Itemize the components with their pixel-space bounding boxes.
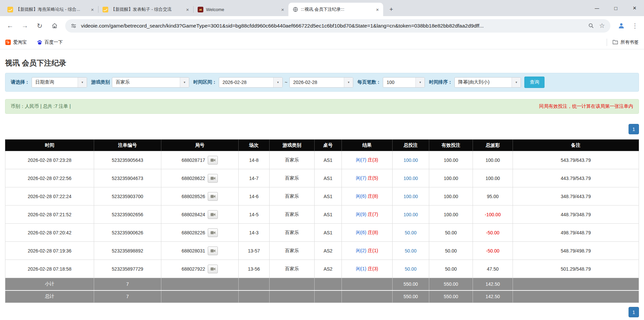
minimize-button[interactable]: —	[588, 0, 606, 16]
cell-note: 448.79/348.79	[513, 205, 639, 224]
chevron-down-icon[interactable]: ▼	[78, 78, 87, 87]
page-1-button[interactable]: 1	[629, 307, 639, 317]
cell-time: 2026-02-28 07:20:42	[5, 224, 94, 242]
cell-payout: -100.00	[473, 205, 513, 224]
browser-toolbar: ← → ↻ videoie.com/game/betrecord_search/…	[0, 16, 644, 35]
cell-session: 14-8	[238, 151, 269, 169]
cell-game-type: 百家乐	[270, 260, 315, 278]
date-from-select[interactable]: 2026-02-28 ▼	[219, 77, 283, 88]
new-tab-button[interactable]: +	[387, 5, 396, 14]
result-banker: 庄(1)	[368, 248, 378, 253]
result-player: 闲(2)	[356, 248, 366, 253]
refresh-button[interactable]: ↻	[33, 19, 46, 33]
result-player: 闲(6)	[356, 230, 366, 235]
forum-favicon	[103, 7, 108, 12]
tab-bet-records[interactable]: :::视讯 会员下注纪录::: ×	[288, 3, 383, 16]
cell-game-type: 百家乐	[270, 151, 315, 169]
tab-forum-2[interactable]: 【新提醒】发表帖子 - 综合交流 ×	[98, 3, 193, 16]
video-replay-button[interactable]	[208, 228, 218, 237]
total-bet-link[interactable]: 50.00	[405, 230, 416, 235]
game-type-label: 游戏类别	[91, 79, 110, 85]
all-bookmarks[interactable]: 所有书签	[612, 39, 639, 45]
cell-result: 闲(1) 庄(3)	[341, 260, 392, 278]
bet-records-table: 时间注单编号局号场次游戏类别桌号结果总投注有效投注总派彩备注 2026-02-2…	[5, 139, 639, 303]
column-header: 备注	[513, 140, 639, 151]
total-bet-link[interactable]: 100.00	[403, 194, 418, 199]
total-bet-link[interactable]: 100.00	[403, 176, 418, 181]
home-button[interactable]	[48, 19, 61, 33]
tab-welcome[interactable]: Welcome ×	[194, 3, 288, 16]
close-tab-icon[interactable]: ×	[280, 6, 286, 12]
chevron-down-icon[interactable]: ▼	[180, 78, 189, 87]
close-tab-icon[interactable]: ×	[185, 6, 191, 12]
close-window-button[interactable]: ×	[625, 0, 644, 16]
bookmark-label: 百度一下	[45, 39, 63, 45]
filter-bar: 请选择： 日期查询 ▼ 游戏类别 百家乐 ▼ 时间区间： 2026-02-28 …	[5, 73, 639, 92]
cell-time: 2026-02-28 07:21:52	[5, 205, 94, 224]
all-bookmarks-label: 所有书签	[620, 39, 639, 45]
round-id-text: 688028424	[182, 212, 205, 217]
chevron-down-icon[interactable]: ▼	[415, 78, 425, 87]
cell-session: 14-6	[238, 187, 269, 205]
game-type-select[interactable]: 百家乐 ▼	[112, 77, 189, 88]
query-type-value: 日期查询	[32, 78, 78, 87]
video-replay-button[interactable]	[208, 192, 218, 201]
chevron-down-icon[interactable]: ▼	[512, 78, 521, 87]
back-button[interactable]: ←	[3, 19, 17, 33]
total-bet-link[interactable]: 100.00	[403, 157, 418, 163]
cell-game-type: 百家乐	[270, 187, 315, 205]
game-type-value: 百家乐	[112, 78, 180, 87]
bookmark-star-icon[interactable]: ☆	[598, 22, 606, 30]
site-info-icon[interactable]	[70, 22, 77, 30]
cell-bet-id: 523235897729	[94, 260, 161, 278]
cell-table-no: AS1	[314, 151, 341, 169]
video-replay-button[interactable]	[208, 156, 218, 165]
bookmark-taobao[interactable]: 爱淘宝	[5, 39, 27, 45]
page-1-button[interactable]: 1	[629, 124, 639, 134]
page-title: 视讯 会员下注纪录	[5, 58, 639, 68]
forward-button[interactable]: →	[18, 19, 32, 33]
close-tab-icon[interactable]: ×	[374, 6, 380, 12]
address-bar[interactable]: videoie.com/game/betrecord_search/kind3?…	[65, 19, 610, 33]
total-payout: 142.50	[473, 290, 513, 303]
maximize-button[interactable]: □	[606, 0, 625, 16]
total-label: 总计	[5, 290, 94, 303]
cell-bet-id: 523235903700	[94, 187, 161, 205]
query-button[interactable]: 查询	[524, 77, 545, 88]
chevron-down-icon[interactable]: ▼	[273, 78, 282, 87]
result-banker: 庄(8)	[368, 230, 378, 235]
cell-table-no: AS1	[314, 187, 341, 205]
cell-payout: -50.00	[473, 242, 513, 260]
cell-round-id: 688028031	[161, 242, 238, 260]
date-to-select[interactable]: 2026-02-28 ▼	[289, 77, 353, 88]
cell-time: 2026-02-28 07:22:56	[5, 169, 94, 187]
cell-round-id: 688028424	[161, 205, 238, 224]
table-row: 2026-02-28 07:19:36 523235898892 6880280…	[5, 242, 639, 260]
search-icon[interactable]	[587, 22, 595, 30]
sort-select[interactable]: 降幂(由大到小) ▼	[454, 77, 521, 88]
column-header: 时间	[5, 140, 94, 151]
video-replay-button[interactable]	[208, 246, 218, 255]
tab-forum-1[interactable]: 【新提醒】海燕策略论坛 - 综合... ×	[3, 3, 98, 16]
page-size-select[interactable]: 100 ▼	[383, 77, 425, 88]
cell-valid-bet: 50.00	[429, 242, 473, 260]
video-replay-button[interactable]	[208, 174, 218, 183]
cell-valid-bet: 100.00	[429, 169, 473, 187]
close-tab-icon[interactable]: ×	[89, 6, 95, 12]
profile-icon[interactable]	[614, 19, 628, 33]
cell-total-bet: 50.00	[392, 224, 429, 242]
total-bet-link[interactable]: 50.00	[405, 266, 416, 272]
page-content: 视讯 会员下注纪录 请选择： 日期查询 ▼ 游戏类别 百家乐 ▼ 时间区间： 2…	[0, 58, 644, 317]
query-type-select[interactable]: 日期查询 ▼	[32, 77, 87, 88]
cell-result: 闲(6) 庄(8)	[341, 187, 392, 205]
total-bet-link[interactable]: 100.00	[403, 212, 418, 217]
cell-total-bet: 100.00	[392, 205, 429, 224]
video-replay-button[interactable]	[208, 265, 218, 273]
total-bet-link[interactable]: 50.00	[405, 248, 416, 254]
bookmark-baidu[interactable]: 百度一下	[37, 39, 63, 45]
cell-time: 2026-02-28 07:23:28	[5, 151, 94, 169]
chevron-down-icon[interactable]: ▼	[344, 78, 353, 87]
result-player: 闲(9)	[356, 212, 366, 217]
menu-icon[interactable]: ⋮	[629, 19, 641, 33]
video-replay-button[interactable]	[208, 210, 218, 219]
